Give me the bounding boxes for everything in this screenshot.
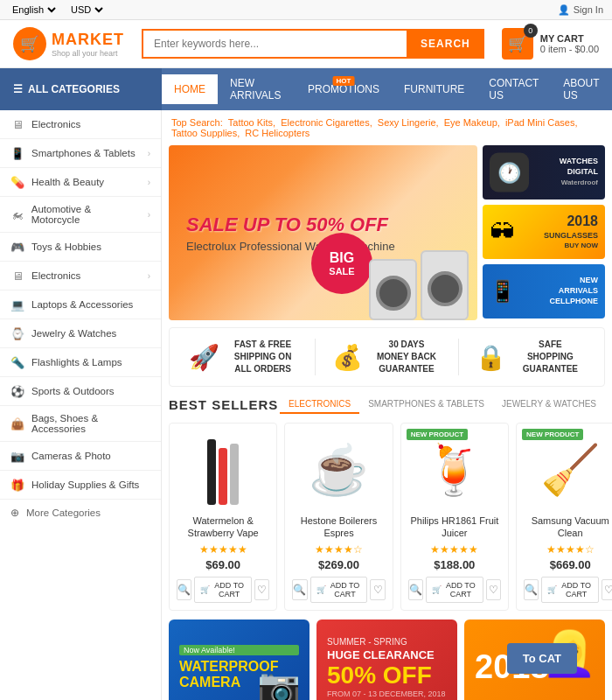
currency-select[interactable]: USD	[67, 4, 106, 16]
top-bar-right: 👤 Sign In	[558, 4, 603, 16]
cart-area[interactable]: 🛒 0 MY CART 0 item - $0.00	[502, 28, 599, 60]
search-term[interactable]: Tattoo Supplies,	[171, 128, 240, 138]
machine-1	[369, 259, 417, 320]
sidebar-item-laptops[interactable]: 💻 Laptops & Accessories	[0, 290, 161, 319]
nav-home[interactable]: HOME	[162, 74, 218, 104]
juicer-price: $188.00	[408, 558, 501, 571]
vape-name: Watermelon & Strawberry Vape	[177, 514, 269, 540]
holiday-icon: 🎁	[10, 478, 24, 492]
washing-machines	[369, 250, 469, 320]
new-badge-vacuum: NEW PRODUCT	[522, 429, 583, 440]
main-layout: 🖥 Electronics 📱 Smartphones & Tablets › …	[0, 110, 612, 700]
sidebar-item-bags[interactable]: 👜 Bags, Shoes & Accessories	[0, 406, 161, 442]
phone-icon: 📱	[490, 279, 516, 304]
sidebar-item-cameras[interactable]: 📷 Cameras & Photo	[0, 442, 161, 471]
juicer-add-cart[interactable]: 🛒 ADD TO CART	[426, 577, 483, 603]
bags-icon: 👜	[10, 416, 24, 430]
vacuum-wishlist[interactable]: ♡	[602, 579, 612, 600]
electronics-icon: 🖥	[10, 117, 24, 131]
hot-badge: HOT	[333, 76, 355, 86]
search-term[interactable]: iPad Mini Cases,	[505, 117, 578, 128]
side-banner-watches[interactable]: 🕐 WATCHESDIGITALWaterdroof	[483, 145, 605, 200]
shipping-text: FAST & FREE SHIPPING ON ALL ORDERS	[228, 339, 298, 375]
vape-image	[177, 430, 269, 509]
search-term[interactable]: Eye Makeup,	[444, 117, 500, 128]
vacuum-add-cart[interactable]: 🛒 ADD TO CART	[541, 577, 599, 603]
sidebar-item-electronics2[interactable]: 🖥 Electronics ›	[0, 262, 161, 290]
juicer-zoom[interactable]: 🔍	[408, 579, 423, 600]
vape-zoom[interactable]: 🔍	[177, 579, 191, 600]
nav-new-arrivals[interactable]: NEW ARRIVALS	[218, 68, 296, 110]
vape-actions: 🔍 🛒 ADD TO CART ♡	[177, 577, 269, 603]
vape-price: $69.00	[177, 558, 269, 571]
header: 🛒 MARKET Shop all your heart SEARCH 🛒 0 …	[0, 20, 612, 68]
divider	[315, 339, 316, 375]
nav-promotions[interactable]: HOT PROMOTIONS	[296, 74, 392, 104]
main-banner[interactable]: SALE UP TO 50% OFF Electrolux Profession…	[169, 145, 477, 320]
search-term[interactable]: Electronic Cigarettes,	[281, 117, 372, 128]
sidebar-item-health[interactable]: 💊 Health & Beauty ›	[0, 168, 161, 197]
logo-icon: 🛒	[13, 27, 46, 60]
side-banner-sunglasses[interactable]: 🕶 2018SUNGLASSESBUY NOW	[483, 205, 605, 259]
sidebar-item-automotive[interactable]: 🏍 Automotive & Motorcycle ›	[0, 197, 161, 233]
espresso-wishlist[interactable]: ♡	[370, 579, 385, 600]
search-input[interactable]	[142, 29, 407, 59]
best-sellers-header: BEST SELLERS ELECTRONICS SMARTPHONES & T…	[169, 396, 605, 414]
side-banners: 🕐 WATCHESDIGITALWaterdroof 🕶 2018SUNGLAS…	[483, 145, 605, 320]
machine-2	[421, 250, 469, 320]
vacuum-price: $669.00	[524, 558, 612, 571]
promo-camera[interactable]: Now Available! WATERPROOFCAMERA 📷	[169, 620, 309, 700]
search-term[interactable]: Sexy Lingerie,	[378, 117, 439, 128]
side-banner-cellphone[interactable]: 📱 NEWARRIVALSCELLPHONE	[483, 264, 605, 318]
sports-icon: ⚽	[10, 384, 24, 398]
nav-contact[interactable]: CONTACT US	[476, 68, 551, 110]
sidebar-item-electronics[interactable]: 🖥 Electronics	[0, 110, 161, 139]
laptops-icon: 💻	[10, 298, 24, 312]
juicer-wishlist[interactable]: ♡	[486, 579, 501, 600]
all-categories[interactable]: ☰ ALL CATEGORIES	[0, 68, 162, 110]
cart-info: MY CART 0 item - $0.00	[540, 33, 599, 54]
espresso-add-cart[interactable]: 🛒 ADD TO CART	[310, 577, 368, 603]
cart-badge: 0	[524, 24, 538, 38]
user-icon: 👤	[558, 4, 570, 16]
promo-clearance[interactable]: SUMMER - SPRING HUGE CLEARANCE 50% OFF F…	[316, 620, 457, 700]
logo[interactable]: 🛒 MARKET Shop all your heart	[13, 27, 124, 60]
search-term[interactable]: RC Helicopters	[245, 128, 309, 138]
sidebar-item-flashlights[interactable]: 🔦 Flashlights & Lamps	[0, 348, 161, 377]
product-espresso: ☕ Hestone Boilerers Espres ★★★★☆ $269.00…	[284, 423, 393, 611]
sunglasses-icon: 🕶	[490, 218, 514, 247]
tab-smartphones[interactable]: SMARTPHONES & TABLETS	[359, 396, 493, 414]
sidebar-item-sports[interactable]: ⚽ Sports & Outdoors	[0, 377, 161, 406]
vape-add-cart[interactable]: 🛒 ADD TO CART	[194, 577, 252, 603]
product-vape: Watermelon & Strawberry Vape ★★★★★ $69.0…	[169, 423, 277, 611]
camera-icon: 📷	[257, 666, 301, 700]
tab-jewelry[interactable]: JEWELRY & WATCHES	[493, 396, 605, 414]
to-cat-button[interactable]: To CAT	[507, 643, 577, 674]
sidebar-more[interactable]: ⊕ More Categories	[0, 500, 161, 526]
electronics2-icon: 🖥	[10, 269, 24, 283]
search-button[interactable]: SEARCH	[407, 29, 484, 59]
health-icon: 💊	[10, 175, 24, 189]
search-bar: SEARCH	[142, 29, 484, 59]
jewelry-icon: ⌚	[10, 326, 24, 340]
language-select[interactable]: English	[9, 4, 59, 16]
espresso-zoom[interactable]: 🔍	[292, 579, 307, 600]
flashlights-icon: 🔦	[10, 355, 24, 369]
search-term[interactable]: Tattoo Kits,	[228, 117, 275, 128]
sidebar-item-toys[interactable]: 🎮 Toys & Hobbies	[0, 233, 161, 262]
content-area: Top Search: Tattoo Kits, Electronic Ciga…	[162, 110, 612, 700]
nav-about[interactable]: ABOUT US	[551, 68, 612, 110]
tab-electronics[interactable]: ELECTRONICS	[280, 396, 359, 414]
more-icon: ⊕	[10, 507, 19, 519]
toys-icon: 🎮	[10, 240, 24, 254]
nav-furniture[interactable]: FURNITURE	[392, 74, 476, 104]
vacuum-zoom[interactable]: 🔍	[524, 579, 539, 600]
arrow-icon: ›	[148, 271, 150, 281]
sidebar-item-smartphones[interactable]: 📱 Smartphones & Tablets ›	[0, 139, 161, 168]
sidebar-item-jewelry[interactable]: ⌚ Jewelry & Watches	[0, 319, 161, 348]
signin-link[interactable]: Sign In	[574, 4, 603, 15]
products-grid: Watermelon & Strawberry Vape ★★★★★ $69.0…	[169, 423, 605, 611]
vape-wishlist[interactable]: ♡	[254, 579, 269, 600]
sidebar-item-holiday[interactable]: 🎁 Holiday Supplies & Gifts	[0, 471, 161, 500]
vacuum-name: Samsung Vacuum Clean	[524, 514, 612, 540]
